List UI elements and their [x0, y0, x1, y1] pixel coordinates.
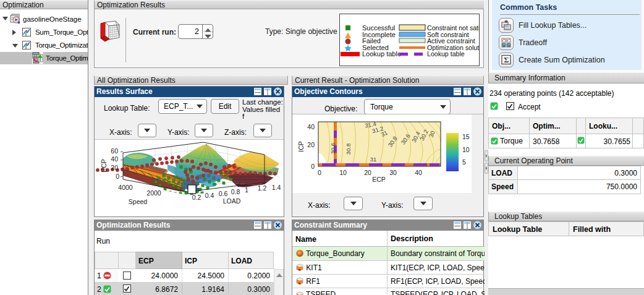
- svg-text:ICP: ICP: [297, 141, 305, 152]
- svg-text:20: 20: [307, 141, 315, 148]
- svg-text:20: 20: [364, 169, 371, 176]
- svg-text:30: 30: [389, 169, 397, 176]
- svg-text:5: 5: [462, 158, 466, 166]
- svg-text:1.4: 1.4: [272, 184, 281, 191]
- svg-text:10: 10: [462, 146, 470, 153]
- svg-text:0: 0: [116, 173, 119, 180]
- svg-text:1.2: 1.2: [258, 184, 267, 192]
- svg-text:0: 0: [311, 163, 315, 170]
- svg-text:0.8: 0.8: [231, 188, 240, 195]
- svg-text:60: 60: [111, 147, 118, 155]
- svg-text:31: 31: [370, 156, 377, 163]
- svg-text:40: 40: [307, 123, 315, 130]
- svg-text:2000: 2000: [146, 189, 161, 197]
- svg-text:15: 15: [462, 133, 470, 140]
- svg-text:40: 40: [415, 169, 422, 176]
- svg-text:1: 1: [245, 186, 248, 194]
- svg-text:30.8: 30.8: [345, 143, 352, 155]
- svg-text:Speed: Speed: [129, 198, 148, 205]
- svg-text:10: 10: [339, 169, 347, 176]
- svg-text:LOAD: LOAD: [223, 197, 241, 205]
- svg-text:20: 20: [111, 164, 118, 171]
- svg-text:Lookup table: Lookup table: [427, 50, 465, 58]
- svg-text:ECP: ECP: [372, 176, 386, 183]
- svg-text:4000: 4000: [118, 184, 133, 191]
- svg-text:0: 0: [318, 169, 321, 176]
- svg-text:0.6: 0.6: [219, 190, 228, 197]
- svg-text:0.4: 0.4: [205, 192, 214, 199]
- svg-text:ECP: ECP: [100, 159, 108, 173]
- svg-text:Lookup table: Lookup table: [362, 50, 401, 58]
- svg-text:30.6: 30.6: [329, 143, 336, 155]
- svg-text:40: 40: [111, 155, 118, 163]
- svg-text:Σ: Σ: [504, 55, 509, 64]
- svg-text:0.2: 0.2: [192, 194, 201, 201]
